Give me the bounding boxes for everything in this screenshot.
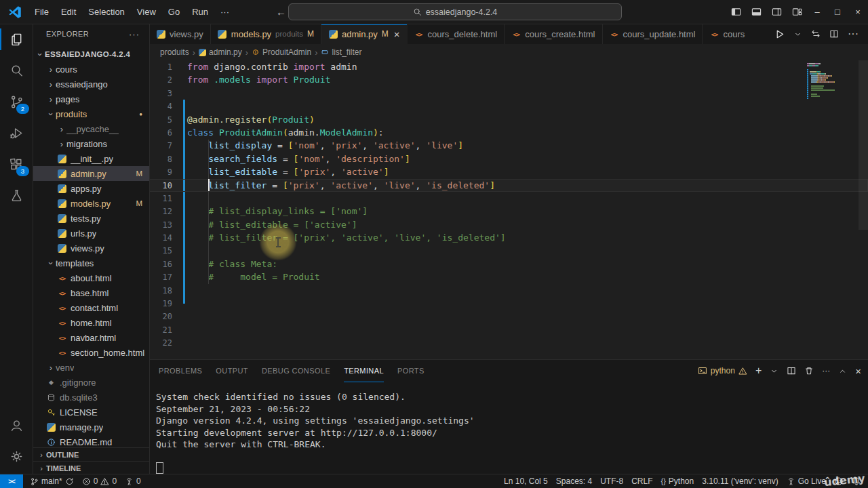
minimize-button[interactable]: – — [807, 0, 827, 24]
editor-scrollbar[interactable] — [859, 60, 868, 230]
breadcrumb-item-admin.py[interactable]: admin.py — [199, 47, 242, 57]
activity-run-debug[interactable] — [0, 117, 33, 148]
activity-search[interactable] — [0, 55, 33, 86]
breadcrumb-item-ProduitAdmin[interactable]: ProduitAdmin — [252, 47, 311, 57]
panel-tab-terminal[interactable]: TERMINAL — [344, 360, 384, 382]
tree-item-pages[interactable]: ›pages — [33, 92, 149, 106]
tree-item-admin.py[interactable]: admin.pyM — [33, 166, 149, 181]
tree-item-cours[interactable]: ›cours — [33, 62, 149, 77]
status-3-10-11-venv-venv-[interactable]: 3.10.11 ('venv': venv) — [698, 474, 782, 488]
tree-item-home.html[interactable]: <>home.html — [33, 315, 149, 330]
activity-account[interactable] — [0, 409, 33, 441]
code-line[interactable]: 7 list_display = ['nom', 'prix', 'active… — [149, 139, 868, 152]
tree-item-base.html[interactable]: <>base.html — [33, 285, 149, 300]
tree-item-views.py[interactable]: views.py — [33, 241, 149, 256]
tree-item-manage.py[interactable]: manage.py — [33, 420, 149, 434]
run-dropdown-icon[interactable] — [793, 30, 802, 39]
terminal-output[interactable]: System check identified no issues (0 sil… — [149, 382, 868, 474]
code-line[interactable]: 10 list_filter = ['prix', 'active', 'liv… — [149, 179, 868, 192]
tree-item-essaiedjango[interactable]: ›essaiedjango — [33, 77, 149, 92]
code-line[interactable]: 14 # list_filter = ['prix', 'active', 'l… — [149, 231, 868, 244]
sidebar-section-outline[interactable]: ›OUTLINE — [33, 447, 149, 461]
activity-testing[interactable] — [0, 180, 33, 211]
code-line[interactable]: 16 # class Meta: — [149, 258, 868, 270]
code-line[interactable]: 12 # list_display_links = ['nom'] — [149, 205, 868, 218]
minimap[interactable] — [807, 63, 856, 108]
activity-explorer[interactable] — [0, 24, 33, 55]
code-line[interactable]: 9 list_editable = ['prix', 'active'] — [149, 165, 868, 178]
panel-tab-problems[interactable]: PROBLEMS — [159, 360, 202, 382]
menu-item-file[interactable]: File — [28, 0, 55, 24]
toggle-secondary-sidebar-icon[interactable] — [766, 0, 787, 24]
tree-item-.gitignore[interactable]: ◆.gitignore — [33, 375, 149, 390]
explorer-more-actions-icon[interactable]: ··· — [129, 29, 140, 39]
problems-item[interactable]: 0 0 — [78, 474, 121, 488]
kill-terminal-icon[interactable] — [804, 366, 814, 375]
maximize-panel-icon[interactable] — [838, 367, 847, 375]
code-line[interactable]: 8 search_fields = ['nom', 'description'] — [149, 152, 868, 165]
code-line[interactable]: 18 — [149, 284, 868, 297]
open-changes-icon[interactable] — [811, 29, 821, 39]
code-line[interactable]: 13 # list_editable = ['active'] — [149, 218, 868, 231]
tree-item-navbar.html[interactable]: <>navbar.html — [33, 330, 149, 345]
tree-item-db.sqlite3[interactable]: db.sqlite3 — [33, 390, 149, 405]
terminal-shell-item[interactable]: python — [698, 366, 747, 375]
customize-layout-icon[interactable] — [787, 0, 807, 24]
close-tab-icon[interactable]: × — [394, 28, 400, 40]
run-python-file-icon[interactable] — [774, 29, 785, 39]
tab-cours_delete.html[interactable]: <>cours_delete.html — [408, 24, 505, 44]
activity-extensions[interactable]: 3 — [0, 148, 33, 180]
tab-admin.py[interactable]: admin.pyM× — [321, 24, 408, 44]
code-line[interactable]: 3 — [149, 87, 868, 100]
menu-item-[interactable]: ··· — [214, 0, 235, 24]
code-line[interactable]: 15 — [149, 244, 868, 257]
toggle-panel-icon[interactable] — [746, 0, 766, 24]
status-utf-8[interactable]: UTF-8 — [596, 474, 627, 488]
tab-cours_update.html[interactable]: <>cours_update.html — [603, 24, 703, 44]
code-line[interactable]: 11 — [149, 192, 868, 205]
split-terminal-icon[interactable] — [787, 366, 796, 375]
remote-indicator[interactable]: >< — [0, 474, 23, 488]
code-line[interactable]: 17 # model = Produit — [149, 270, 868, 283]
panel-more-actions-icon[interactable]: ··· — [822, 366, 830, 375]
ports-item[interactable]: 0 — [121, 474, 145, 488]
tab-cours_create.html[interactable]: <>cours_create.html — [505, 24, 602, 44]
tab-models.py[interactable]: models.pyproduitsM — [211, 24, 321, 44]
activity-settings[interactable] — [0, 441, 33, 472]
menu-item-edit[interactable]: Edit — [55, 0, 82, 24]
maximize-button[interactable]: □ — [827, 0, 848, 24]
menu-item-selection[interactable]: Selection — [82, 0, 130, 24]
status-crlf[interactable]: CRLF — [627, 474, 656, 488]
tab-cours[interactable]: <>cours — [703, 24, 751, 44]
git-branch-item[interactable]: main* — [26, 474, 78, 488]
code-line[interactable]: 2from .models import Produit — [149, 73, 868, 86]
code-line[interactable]: 19 — [149, 297, 868, 310]
status-spaces-4[interactable]: Spaces: 4 — [552, 474, 596, 488]
menu-item-go[interactable]: Go — [162, 0, 186, 24]
tree-item-templates[interactable]: ›templates — [33, 256, 149, 270]
tree-item-migrations[interactable]: ›migrations — [33, 136, 149, 151]
close-window-button[interactable]: × — [848, 0, 868, 24]
split-editor-icon[interactable] — [829, 29, 839, 39]
breadcrumb-item-produits[interactable]: produits — [160, 47, 189, 57]
tree-item-section_home.html[interactable]: <>section_home.html — [33, 345, 149, 360]
tree-item-models.py[interactable]: models.pyM — [33, 196, 149, 211]
panel-tab-ports[interactable]: PORTS — [397, 360, 425, 382]
tree-item-README.md[interactable]: README.md — [33, 434, 149, 449]
menu-item-view[interactable]: View — [131, 0, 162, 24]
back-arrow-icon[interactable]: ← — [276, 6, 286, 18]
breadcrumb-item-list_filter[interactable]: list_filter — [321, 47, 361, 57]
panel-tab-debug-console[interactable]: DEBUG CONSOLE — [262, 360, 330, 382]
tree-root[interactable]: ›ESSAIEDJANGO-4.2.4 — [33, 47, 149, 62]
code-line[interactable]: 21 — [149, 323, 868, 336]
activity-source-control[interactable]: 2 — [0, 86, 33, 117]
code-editor[interactable]: 1from django.contrib import admin2from .… — [149, 60, 868, 359]
tree-item-venv[interactable]: ›venv — [33, 360, 149, 375]
panel-tab-output[interactable]: OUTPUT — [216, 360, 248, 382]
code-line[interactable]: 5@admin.register(Produit) — [149, 113, 868, 126]
tree-item-urls.py[interactable]: urls.py — [33, 226, 149, 241]
close-panel-icon[interactable]: × — [855, 365, 861, 377]
code-line[interactable]: 4 — [149, 100, 868, 113]
toggle-sidebar-icon[interactable] — [726, 0, 746, 24]
tree-item-produits[interactable]: ›produits● — [33, 106, 149, 121]
